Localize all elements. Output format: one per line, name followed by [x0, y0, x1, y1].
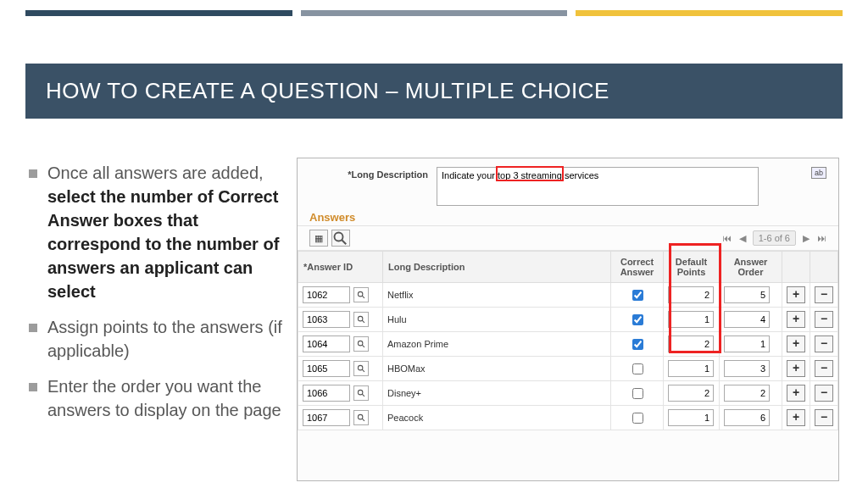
svg-point-6: [358, 341, 363, 346]
page-title: HOW TO CREATE A QUESTION – MULTIPLE CHOI…: [25, 64, 843, 119]
answer-desc: HBOMax: [383, 357, 611, 381]
svg-point-8: [358, 365, 363, 370]
points-input[interactable]: [668, 385, 714, 402]
pager-first-icon[interactable]: ⏮: [722, 233, 732, 243]
col-points: Default Points: [664, 252, 720, 283]
correct-checkbox[interactable]: [632, 290, 643, 301]
answers-heading: Answers: [298, 211, 838, 226]
add-row-button[interactable]: +: [787, 286, 805, 303]
table-row: Hulu+−: [298, 308, 838, 332]
svg-point-2: [358, 291, 363, 297]
points-input[interactable]: [668, 286, 714, 303]
remove-row-button[interactable]: −: [815, 409, 833, 426]
svg-line-1: [342, 240, 346, 244]
answer-id-input[interactable]: [303, 286, 350, 303]
remove-row-button[interactable]: −: [815, 336, 833, 352]
remove-row-button[interactable]: −: [815, 360, 833, 377]
answer-id-input[interactable]: [303, 336, 350, 352]
order-input[interactable]: [724, 385, 770, 402]
col-long-desc: Long Description: [383, 252, 611, 283]
answer-desc: Netflix: [383, 283, 611, 308]
correct-checkbox[interactable]: [632, 388, 643, 399]
pager-next-icon[interactable]: ▶: [801, 233, 811, 244]
svg-line-9: [362, 369, 364, 372]
answer-id-input[interactable]: [303, 360, 350, 377]
answer-desc: Amazon Prime: [383, 332, 611, 357]
answers-table: *Answer ID Long Description Correct Answ…: [298, 251, 838, 430]
correct-checkbox[interactable]: [632, 314, 643, 325]
svg-line-3: [362, 296, 364, 298]
pager: ⏮ ◀ 1-6 of 6 ▶ ⏭: [722, 230, 826, 246]
lookup-icon[interactable]: [353, 312, 369, 327]
add-row-button[interactable]: +: [787, 409, 805, 426]
long-description-input[interactable]: [437, 167, 759, 206]
lookup-icon[interactable]: [353, 336, 369, 352]
table-row: Netflix+−: [298, 283, 838, 308]
search-button[interactable]: [331, 230, 350, 247]
points-input[interactable]: [668, 409, 714, 426]
table-row: Peacock+−: [298, 406, 838, 430]
answer-id-input[interactable]: [303, 311, 350, 328]
remove-row-button[interactable]: −: [815, 286, 833, 303]
col-correct: Correct Answer: [611, 252, 664, 283]
col-order: Answer Order: [720, 252, 782, 283]
col-answer-id: *Answer ID: [298, 252, 383, 283]
answer-desc: Hulu: [383, 308, 611, 332]
remove-row-button[interactable]: −: [815, 311, 833, 328]
long-description-label: *Long Description: [309, 167, 428, 180]
grid-view-button[interactable]: ▦: [309, 230, 328, 247]
add-row-button[interactable]: +: [787, 385, 805, 402]
lookup-icon[interactable]: [353, 385, 369, 401]
answer-desc: Peacock: [383, 406, 611, 430]
spellcheck-icon[interactable]: ab: [811, 167, 826, 179]
svg-point-10: [358, 390, 363, 395]
correct-checkbox[interactable]: [632, 339, 643, 350]
svg-point-0: [335, 233, 343, 241]
points-input[interactable]: [668, 360, 714, 377]
instruction-bullets: Once all answers are added, select the n…: [29, 161, 283, 434]
answers-panel: *Long Description ab Answers ▦ ⏮ ◀ 1-6 o…: [297, 158, 839, 481]
answer-id-input[interactable]: [303, 409, 350, 426]
remove-row-button[interactable]: −: [815, 385, 833, 402]
answer-id-input[interactable]: [303, 385, 350, 402]
answers-toolbar: ▦ ⏮ ◀ 1-6 of 6 ▶ ⏭: [298, 226, 838, 251]
lookup-icon[interactable]: [353, 287, 369, 302]
svg-line-5: [362, 320, 364, 323]
add-row-button[interactable]: +: [787, 311, 805, 328]
table-row: Disney++−: [298, 381, 838, 406]
correct-checkbox[interactable]: [632, 413, 643, 424]
bullet-2: Assign points to the answers (if applica…: [44, 315, 283, 363]
pager-range[interactable]: 1-6 of 6: [753, 230, 796, 246]
svg-line-13: [362, 419, 364, 421]
lookup-icon[interactable]: [353, 410, 369, 425]
order-input[interactable]: [724, 286, 770, 303]
pager-prev-icon[interactable]: ◀: [737, 233, 748, 244]
lookup-icon[interactable]: [353, 361, 369, 376]
table-row: Amazon Prime+−: [298, 332, 838, 357]
table-row: HBOMax+−: [298, 357, 838, 381]
points-input[interactable]: [668, 311, 714, 328]
order-input[interactable]: [724, 360, 770, 377]
points-input[interactable]: [668, 336, 714, 352]
answer-desc: Disney+: [383, 381, 611, 406]
svg-point-4: [358, 316, 363, 321]
add-row-button[interactable]: +: [787, 336, 805, 352]
bullet-3: Enter the order you want the answers to …: [44, 374, 283, 422]
correct-checkbox[interactable]: [632, 363, 643, 374]
svg-point-12: [358, 414, 363, 419]
bullet-1: Once all answers are added, select the n…: [44, 161, 283, 303]
add-row-button[interactable]: +: [787, 360, 805, 377]
top-stripes: [25, 10, 843, 16]
svg-line-11: [362, 394, 364, 396]
order-input[interactable]: [724, 311, 770, 328]
order-input[interactable]: [724, 336, 770, 352]
svg-line-7: [362, 345, 364, 347]
order-input[interactable]: [724, 409, 770, 426]
pager-last-icon[interactable]: ⏭: [816, 233, 826, 243]
